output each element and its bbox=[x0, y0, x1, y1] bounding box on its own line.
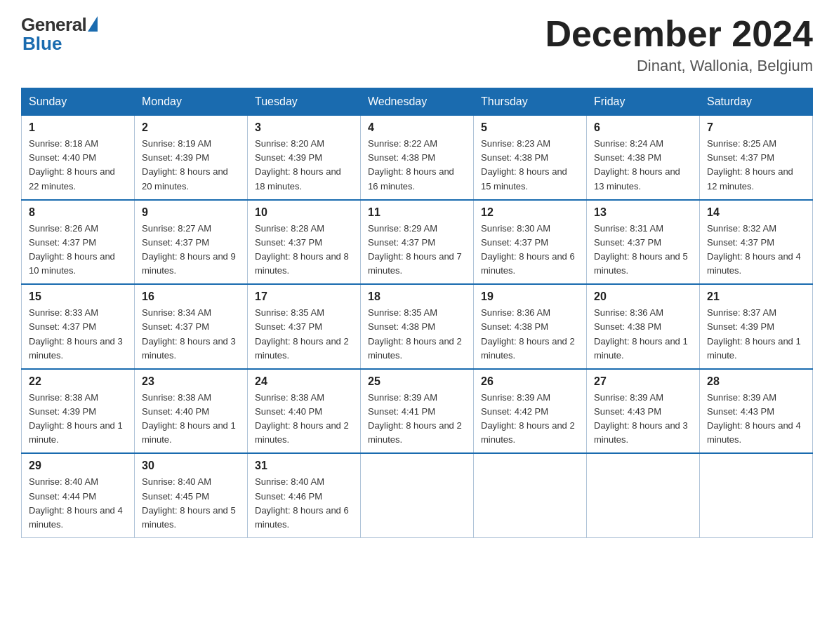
day-number: 16 bbox=[142, 290, 240, 303]
logo-blue-text: Blue bbox=[21, 33, 62, 55]
calendar-cell: 29Sunrise: 8:40 AMSunset: 4:44 PMDayligh… bbox=[22, 453, 135, 537]
week-row-2: 8Sunrise: 8:26 AMSunset: 4:37 PMDaylight… bbox=[22, 200, 813, 285]
day-info: Sunrise: 8:20 AMSunset: 4:39 PMDaylight:… bbox=[255, 137, 353, 194]
calendar-cell: 30Sunrise: 8:40 AMSunset: 4:45 PMDayligh… bbox=[135, 453, 248, 537]
day-info: Sunrise: 8:28 AMSunset: 4:37 PMDaylight:… bbox=[255, 222, 353, 279]
day-info: Sunrise: 8:38 AMSunset: 4:39 PMDaylight:… bbox=[29, 391, 127, 448]
calendar-cell bbox=[361, 453, 474, 537]
calendar-cell: 31Sunrise: 8:40 AMSunset: 4:46 PMDayligh… bbox=[248, 453, 361, 537]
day-info: Sunrise: 8:40 AMSunset: 4:44 PMDaylight:… bbox=[29, 475, 127, 532]
month-title: December 2024 bbox=[545, 14, 813, 54]
day-info: Sunrise: 8:30 AMSunset: 4:37 PMDaylight:… bbox=[481, 222, 579, 279]
calendar-cell: 2Sunrise: 8:19 AMSunset: 4:39 PMDaylight… bbox=[135, 116, 248, 200]
day-info: Sunrise: 8:38 AMSunset: 4:40 PMDaylight:… bbox=[142, 391, 240, 448]
column-header-saturday: Saturday bbox=[700, 88, 813, 116]
day-number: 17 bbox=[255, 290, 353, 303]
week-row-3: 15Sunrise: 8:33 AMSunset: 4:37 PMDayligh… bbox=[22, 284, 813, 369]
calendar-cell: 20Sunrise: 8:36 AMSunset: 4:38 PMDayligh… bbox=[587, 284, 700, 369]
day-info: Sunrise: 8:39 AMSunset: 4:41 PMDaylight:… bbox=[368, 391, 466, 448]
day-info: Sunrise: 8:23 AMSunset: 4:38 PMDaylight:… bbox=[481, 137, 579, 194]
calendar-cell: 6Sunrise: 8:24 AMSunset: 4:38 PMDaylight… bbox=[587, 116, 700, 200]
day-info: Sunrise: 8:39 AMSunset: 4:43 PMDaylight:… bbox=[594, 391, 692, 448]
calendar-cell: 22Sunrise: 8:38 AMSunset: 4:39 PMDayligh… bbox=[22, 369, 135, 454]
day-number: 11 bbox=[368, 206, 466, 219]
day-number: 13 bbox=[594, 206, 692, 219]
day-number: 7 bbox=[707, 121, 805, 134]
calendar-cell bbox=[700, 453, 813, 537]
week-row-5: 29Sunrise: 8:40 AMSunset: 4:44 PMDayligh… bbox=[22, 453, 813, 537]
day-info: Sunrise: 8:35 AMSunset: 4:37 PMDaylight:… bbox=[255, 306, 353, 363]
day-info: Sunrise: 8:18 AMSunset: 4:40 PMDaylight:… bbox=[29, 137, 127, 194]
day-number: 25 bbox=[368, 375, 466, 388]
day-info: Sunrise: 8:36 AMSunset: 4:38 PMDaylight:… bbox=[594, 306, 692, 363]
calendar-cell: 5Sunrise: 8:23 AMSunset: 4:38 PMDaylight… bbox=[474, 116, 587, 200]
day-number: 30 bbox=[142, 459, 240, 472]
calendar-cell: 7Sunrise: 8:25 AMSunset: 4:37 PMDaylight… bbox=[700, 116, 813, 200]
calendar-cell: 9Sunrise: 8:27 AMSunset: 4:37 PMDaylight… bbox=[135, 200, 248, 285]
calendar-cell: 4Sunrise: 8:22 AMSunset: 4:38 PMDaylight… bbox=[361, 116, 474, 200]
week-row-1: 1Sunrise: 8:18 AMSunset: 4:40 PMDaylight… bbox=[22, 116, 813, 200]
day-info: Sunrise: 8:22 AMSunset: 4:38 PMDaylight:… bbox=[368, 137, 466, 194]
calendar-cell: 1Sunrise: 8:18 AMSunset: 4:40 PMDaylight… bbox=[22, 116, 135, 200]
day-number: 23 bbox=[142, 375, 240, 388]
calendar-cell: 8Sunrise: 8:26 AMSunset: 4:37 PMDaylight… bbox=[22, 200, 135, 285]
calendar-cell: 23Sunrise: 8:38 AMSunset: 4:40 PMDayligh… bbox=[135, 369, 248, 454]
calendar-cell: 26Sunrise: 8:39 AMSunset: 4:42 PMDayligh… bbox=[474, 369, 587, 454]
day-number: 9 bbox=[142, 206, 240, 219]
day-number: 1 bbox=[29, 121, 127, 134]
day-number: 24 bbox=[255, 375, 353, 388]
calendar-cell: 25Sunrise: 8:39 AMSunset: 4:41 PMDayligh… bbox=[361, 369, 474, 454]
calendar-cell: 14Sunrise: 8:32 AMSunset: 4:37 PMDayligh… bbox=[700, 200, 813, 285]
location-title: Dinant, Wallonia, Belgium bbox=[545, 57, 813, 75]
calendar-cell bbox=[587, 453, 700, 537]
day-number: 2 bbox=[142, 121, 240, 134]
logo-triangle-icon bbox=[88, 16, 98, 32]
calendar-cell: 12Sunrise: 8:30 AMSunset: 4:37 PMDayligh… bbox=[474, 200, 587, 285]
day-info: Sunrise: 8:24 AMSunset: 4:38 PMDaylight:… bbox=[594, 137, 692, 194]
calendar-cell: 15Sunrise: 8:33 AMSunset: 4:37 PMDayligh… bbox=[22, 284, 135, 369]
day-info: Sunrise: 8:40 AMSunset: 4:45 PMDaylight:… bbox=[142, 475, 240, 532]
day-number: 26 bbox=[481, 375, 579, 388]
day-number: 27 bbox=[594, 375, 692, 388]
day-info: Sunrise: 8:37 AMSunset: 4:39 PMDaylight:… bbox=[707, 306, 805, 363]
day-info: Sunrise: 8:19 AMSunset: 4:39 PMDaylight:… bbox=[142, 137, 240, 194]
day-number: 31 bbox=[255, 459, 353, 472]
day-number: 29 bbox=[29, 459, 127, 472]
day-number: 10 bbox=[255, 206, 353, 219]
calendar-cell: 24Sunrise: 8:38 AMSunset: 4:40 PMDayligh… bbox=[248, 369, 361, 454]
page-header: General Blue December 2024 Dinant, Wallo… bbox=[21, 14, 813, 75]
day-number: 5 bbox=[481, 121, 579, 134]
day-info: Sunrise: 8:39 AMSunset: 4:42 PMDaylight:… bbox=[481, 391, 579, 448]
day-number: 12 bbox=[481, 206, 579, 219]
calendar-cell: 19Sunrise: 8:36 AMSunset: 4:38 PMDayligh… bbox=[474, 284, 587, 369]
day-info: Sunrise: 8:26 AMSunset: 4:37 PMDaylight:… bbox=[29, 222, 127, 279]
title-section: December 2024 Dinant, Wallonia, Belgium bbox=[545, 14, 813, 75]
day-number: 19 bbox=[481, 290, 579, 303]
column-header-thursday: Thursday bbox=[474, 88, 587, 116]
day-info: Sunrise: 8:34 AMSunset: 4:37 PMDaylight:… bbox=[142, 306, 240, 363]
day-info: Sunrise: 8:35 AMSunset: 4:38 PMDaylight:… bbox=[368, 306, 466, 363]
header-row: SundayMondayTuesdayWednesdayThursdayFrid… bbox=[22, 88, 813, 116]
day-number: 15 bbox=[29, 290, 127, 303]
calendar-table: SundayMondayTuesdayWednesdayThursdayFrid… bbox=[21, 88, 813, 538]
calendar-cell: 13Sunrise: 8:31 AMSunset: 4:37 PMDayligh… bbox=[587, 200, 700, 285]
logo: General Blue bbox=[21, 14, 98, 55]
calendar-cell: 18Sunrise: 8:35 AMSunset: 4:38 PMDayligh… bbox=[361, 284, 474, 369]
calendar-cell: 10Sunrise: 8:28 AMSunset: 4:37 PMDayligh… bbox=[248, 200, 361, 285]
day-number: 6 bbox=[594, 121, 692, 134]
day-info: Sunrise: 8:36 AMSunset: 4:38 PMDaylight:… bbox=[481, 306, 579, 363]
column-header-sunday: Sunday bbox=[22, 88, 135, 116]
day-number: 21 bbox=[707, 290, 805, 303]
day-info: Sunrise: 8:31 AMSunset: 4:37 PMDaylight:… bbox=[594, 222, 692, 279]
day-info: Sunrise: 8:40 AMSunset: 4:46 PMDaylight:… bbox=[255, 475, 353, 532]
day-info: Sunrise: 8:25 AMSunset: 4:37 PMDaylight:… bbox=[707, 137, 805, 194]
day-info: Sunrise: 8:38 AMSunset: 4:40 PMDaylight:… bbox=[255, 391, 353, 448]
calendar-cell: 16Sunrise: 8:34 AMSunset: 4:37 PMDayligh… bbox=[135, 284, 248, 369]
calendar-cell bbox=[474, 453, 587, 537]
calendar-cell: 28Sunrise: 8:39 AMSunset: 4:43 PMDayligh… bbox=[700, 369, 813, 454]
day-number: 4 bbox=[368, 121, 466, 134]
day-info: Sunrise: 8:29 AMSunset: 4:37 PMDaylight:… bbox=[368, 222, 466, 279]
day-info: Sunrise: 8:33 AMSunset: 4:37 PMDaylight:… bbox=[29, 306, 127, 363]
calendar-cell: 17Sunrise: 8:35 AMSunset: 4:37 PMDayligh… bbox=[248, 284, 361, 369]
day-number: 18 bbox=[368, 290, 466, 303]
